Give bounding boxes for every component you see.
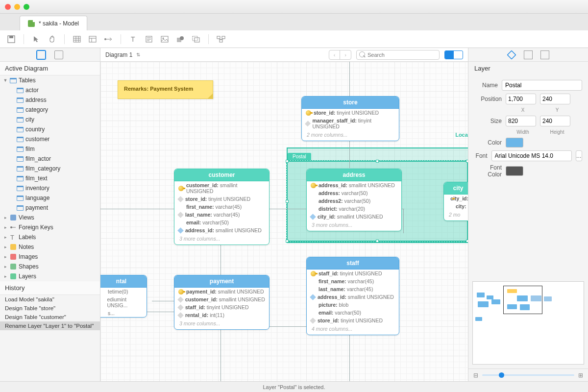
entity-address[interactable]: addressaddress_id: smallint UNSIGNEDaddr…: [306, 169, 402, 231]
resize-handle[interactable]: [376, 240, 379, 243]
entity-customer[interactable]: customercustomer_id: smallint UNSIGNEDst…: [174, 169, 270, 245]
zoom-out-icon[interactable]: ⊟: [473, 372, 478, 379]
foreign-key-icon: [177, 227, 184, 234]
position-y-input[interactable]: [540, 94, 570, 104]
tree-table-film_actor[interactable]: film_actor: [0, 154, 100, 164]
entity-store[interactable]: storestore_id: tinyint UNSIGNEDmanager_s…: [301, 96, 399, 141]
text-tool-icon[interactable]: T: [128, 34, 139, 45]
nav-forward-icon[interactable]: ›: [340, 50, 351, 59]
minimap-viewport[interactable]: [503, 286, 542, 314]
column-icon: [177, 312, 184, 318]
image-tool-icon[interactable]: [159, 34, 170, 45]
diagram-canvas[interactable]: Remarks: Payment System Location Postal: [100, 62, 468, 381]
resize-handle[interactable]: [286, 240, 289, 243]
zoom-in-icon[interactable]: ⊞: [578, 372, 583, 379]
close-window-icon[interactable]: [5, 4, 11, 10]
zoom-window-icon[interactable]: [24, 4, 29, 10]
tree-group-labels[interactable]: ▸TLabels: [0, 232, 100, 242]
history-item[interactable]: Design Table "customer": [0, 313, 100, 321]
tree-table-country[interactable]: country: [0, 124, 100, 134]
chevron-down-icon: ▼: [3, 78, 8, 83]
entity-more-columns[interactable]: 3 more columns...: [174, 319, 269, 329]
tree-table-film_text[interactable]: film_text: [0, 173, 100, 183]
tree-table-film[interactable]: film: [0, 144, 100, 154]
shape-tool-icon[interactable]: [175, 34, 186, 45]
tree-table-address[interactable]: address: [0, 95, 100, 105]
entity-more-columns[interactable]: 3 more columns...: [174, 234, 269, 245]
resize-handle[interactable]: [466, 160, 468, 163]
resize-handle[interactable]: [286, 200, 289, 203]
entity-more-columns[interactable]: 2 mo: [444, 210, 468, 220]
view-mode-diagram-icon[interactable]: [445, 51, 454, 59]
tree-group-notes[interactable]: ▸Notes: [0, 242, 100, 252]
font-picker-button[interactable]: …: [576, 150, 582, 161]
resize-handle[interactable]: [376, 160, 379, 163]
resize-handle[interactable]: [286, 160, 289, 163]
size-height-input[interactable]: [540, 116, 570, 126]
tree-group-fk[interactable]: ▸Foreign Keys: [0, 222, 100, 232]
tree-table-inventory[interactable]: inventory: [0, 183, 100, 193]
tree-table-category[interactable]: category: [0, 105, 100, 115]
entity-more-columns[interactable]: 4 more columns...: [307, 324, 399, 335]
inspector-tab-properties-icon[interactable]: [507, 50, 516, 59]
tree-table-actor[interactable]: actor: [0, 85, 100, 95]
canvas-note[interactable]: Remarks: Payment System: [118, 80, 213, 99]
zoom-thumb[interactable]: [499, 372, 504, 378]
history-item[interactable]: Load Model "sakila": [0, 295, 100, 304]
position-x-input[interactable]: [506, 94, 536, 104]
fk-icon: [10, 224, 17, 231]
auto-layout-icon[interactable]: [216, 34, 226, 45]
entity-more-columns[interactable]: 2 more columns...: [302, 130, 399, 141]
entity-title: staff: [307, 257, 399, 270]
zoom-slider[interactable]: [482, 374, 574, 376]
inspector-tab-other-icon[interactable]: [540, 50, 549, 59]
new-view-icon[interactable]: [87, 34, 98, 45]
sidebar-tab-catalog-icon[interactable]: [54, 50, 63, 59]
tree-tables-group[interactable]: ▼ Tables: [0, 75, 100, 85]
document-tab[interactable]: * sakila - Model: [20, 16, 87, 30]
fontcolor-swatch[interactable]: [506, 166, 523, 176]
nav-back-forward[interactable]: ‹ ›: [329, 50, 351, 60]
hand-tool-icon[interactable]: [47, 34, 57, 45]
pointer-tool-icon[interactable]: [31, 34, 42, 45]
layer-tool-icon[interactable]: [191, 34, 201, 45]
size-width-input[interactable]: [506, 116, 536, 126]
tree-table-payment[interactable]: payment: [0, 203, 100, 213]
entity-more-columns[interactable]: 3 more columns...: [307, 220, 401, 231]
tree-group-shapes[interactable]: ▸Shapes: [0, 262, 100, 271]
entity-column: district: varchar(20): [307, 205, 401, 213]
view-mode-list-icon[interactable]: [454, 51, 463, 59]
view-mode-toggle[interactable]: [444, 50, 463, 59]
history-item[interactable]: Rename Layer "Layer 1" to "Postal": [0, 321, 100, 330]
font-input[interactable]: [491, 150, 572, 161]
color-swatch[interactable]: [506, 138, 523, 147]
new-foreignkey-icon[interactable]: [103, 34, 114, 45]
new-table-icon[interactable]: [72, 34, 82, 45]
history-item[interactable]: Design Table "store": [0, 304, 100, 313]
diagram-selector[interactable]: Diagram 1 ⇅: [105, 51, 140, 58]
nav-back-icon[interactable]: ‹: [329, 50, 340, 59]
entity-staff[interactable]: staffstaff_id: tinyint UNSIGNEDfirst_nam…: [306, 257, 399, 335]
tree-table-language[interactable]: language: [0, 193, 100, 203]
svg-rect-17: [161, 36, 168, 42]
minimize-window-icon[interactable]: [14, 4, 20, 10]
tree-group-layers[interactable]: ▸Layers: [0, 271, 100, 281]
sidebar-tab-model-icon[interactable]: [37, 50, 46, 59]
inspector-tab-style-icon[interactable]: [524, 50, 533, 59]
save-button[interactable]: [6, 34, 17, 45]
tree-table-city[interactable]: city: [0, 115, 100, 124]
tree-group-images[interactable]: ▸Images: [0, 252, 100, 262]
layer-name-input[interactable]: [502, 80, 582, 91]
tree-group-label: Views: [19, 214, 34, 221]
search-input[interactable]: [356, 50, 440, 60]
entity-rental[interactable]: ntal tetime(0) ediumint UNSIG... s...: [100, 275, 147, 318]
resize-handle[interactable]: [466, 240, 468, 243]
note-tool-icon[interactable]: [144, 34, 154, 45]
entity-payment[interactable]: paymentpayment_id: smallint UNSIGNEDcust…: [174, 275, 270, 330]
tree-table-film_category[interactable]: film_category: [0, 164, 100, 173]
entity-city[interactable]: citycity_id: city: 2 mo: [443, 182, 468, 221]
table-icon: [17, 156, 24, 162]
minimap[interactable]: [472, 281, 584, 365]
tree-table-customer[interactable]: customer: [0, 134, 100, 144]
tree-group-views[interactable]: ▸Views: [0, 213, 100, 222]
